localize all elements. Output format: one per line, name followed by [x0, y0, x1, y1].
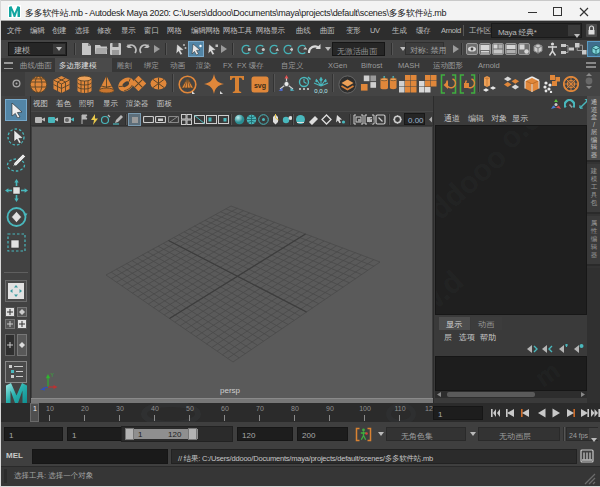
svg-text:0,0,0: 0,0,0 — [314, 88, 328, 94]
svg-text:svg: svg — [254, 82, 266, 90]
svg-text:Y: Y — [51, 372, 55, 378]
